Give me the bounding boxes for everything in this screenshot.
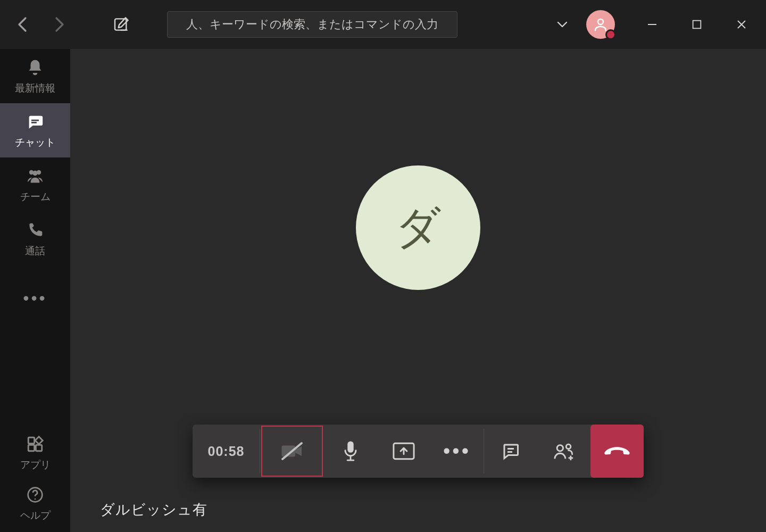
- participant-initial: ダ: [395, 197, 441, 258]
- bell-icon: [24, 57, 46, 78]
- search-placeholder: 人、キーワードの検索、またはコマンドの入力: [186, 16, 438, 32]
- rail-activity[interactable]: 最新情報: [0, 49, 70, 103]
- back-button[interactable]: [13, 15, 32, 34]
- search-input[interactable]: 人、キーワードの検索、またはコマンドの入力: [167, 11, 457, 38]
- microphone-icon: [343, 440, 359, 462]
- ellipsis-icon: •••: [443, 440, 471, 463]
- close-button[interactable]: [722, 9, 761, 40]
- hangup-icon: [603, 443, 631, 459]
- rail-chat[interactable]: チャット: [0, 103, 70, 157]
- chat-icon: [501, 442, 520, 461]
- titlebar: 人、キーワードの検索、またはコマンドの入力: [0, 0, 766, 49]
- hangup-button[interactable]: [590, 425, 644, 478]
- svg-rect-12: [28, 437, 34, 443]
- svg-point-11: [32, 171, 38, 176]
- svg-point-26: [566, 444, 571, 449]
- status-menu-button[interactable]: [550, 12, 574, 37]
- rail-more-button[interactable]: •••: [0, 277, 70, 319]
- rail-apps-label: アプリ: [20, 458, 51, 472]
- rail-teams-label: チーム: [20, 190, 51, 204]
- window-controls: [550, 0, 766, 49]
- rail-help-label: ヘルプ: [20, 509, 51, 522]
- user-avatar[interactable]: [586, 10, 615, 39]
- toggle-camera-button[interactable]: [261, 426, 323, 477]
- svg-point-16: [35, 498, 36, 500]
- participant-avatar: ダ: [356, 165, 480, 290]
- forward-button[interactable]: [50, 15, 69, 34]
- open-chat-button[interactable]: [484, 425, 537, 478]
- rail-teams[interactable]: チーム: [0, 157, 70, 212]
- rail-activity-label: 最新情報: [15, 81, 55, 95]
- camera-off-icon: [279, 440, 305, 462]
- rail-calls-label: 通話: [25, 244, 45, 258]
- call-toolbar: 00:58: [193, 425, 644, 478]
- help-icon: [24, 484, 46, 505]
- rail-calls[interactable]: 通話: [0, 212, 70, 266]
- apps-icon: [24, 434, 46, 455]
- teams-icon: [24, 165, 46, 187]
- people-icon: [553, 442, 574, 461]
- toggle-mic-button[interactable]: [324, 425, 377, 478]
- presence-busy-icon: [605, 29, 616, 40]
- svg-rect-8: [31, 122, 37, 123]
- maximize-button[interactable]: [678, 9, 716, 40]
- divider: [260, 429, 260, 473]
- svg-rect-7: [31, 120, 39, 121]
- call-timer: 00:58: [193, 425, 260, 478]
- svg-rect-19: [347, 441, 353, 452]
- participant-name: ダルビッシュ有: [100, 500, 207, 519]
- svg-rect-14: [28, 445, 34, 451]
- minimize-button[interactable]: [633, 9, 671, 40]
- app-rail: 最新情報 チャット チーム 通話 ••• アプリ: [0, 49, 70, 532]
- call-stage: ダ 00:58: [70, 49, 766, 532]
- ellipsis-icon: •••: [23, 288, 47, 308]
- rail-chat-label: チャット: [15, 136, 55, 149]
- share-screen-icon: [392, 442, 415, 461]
- svg-rect-13: [36, 445, 41, 451]
- chat-icon: [24, 111, 46, 132]
- more-actions-button[interactable]: •••: [430, 425, 484, 478]
- rail-help[interactable]: ヘルプ: [0, 480, 70, 527]
- rail-apps[interactable]: アプリ: [0, 426, 70, 480]
- svg-point-2: [598, 19, 603, 24]
- new-chat-button[interactable]: [111, 14, 132, 35]
- history-nav: [13, 15, 69, 34]
- participants-button[interactable]: [537, 425, 590, 478]
- share-screen-button[interactable]: [377, 425, 430, 478]
- svg-point-25: [557, 445, 563, 451]
- phone-icon: [24, 220, 46, 241]
- svg-rect-4: [693, 21, 701, 29]
